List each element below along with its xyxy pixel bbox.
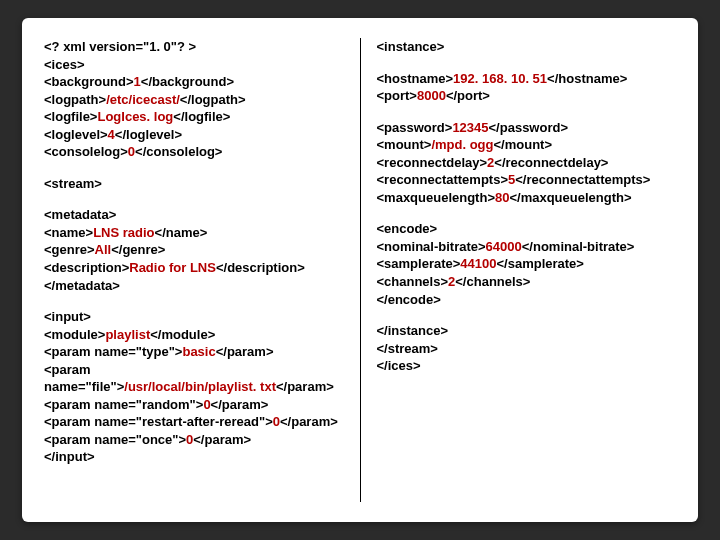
left-column: <? xml version="1. 0"? > <ices> <backgro…	[44, 38, 361, 502]
param-random-line: <param name="random">0</param>	[44, 396, 344, 414]
channels-line: <channels>2</channels>	[377, 273, 677, 291]
metadata-close: </metadata>	[44, 277, 344, 295]
closing-block: </instance> </stream> </ices>	[377, 322, 677, 375]
password-line: <password>12345</password>	[377, 119, 677, 137]
ices-open: <ices>	[44, 56, 344, 74]
encode-close: </encode>	[377, 291, 677, 309]
logpath-line: <logpath>/etc/icecast/</logpath>	[44, 91, 344, 109]
loglevel-line: <loglevel>4</loglevel>	[44, 126, 344, 144]
param-file-line-1: <param	[44, 361, 344, 379]
background-line: <background>1</background>	[44, 73, 344, 91]
input-block: <input> <module>playlist</module> <param…	[44, 308, 344, 466]
hostname-line: <hostname>192. 168. 10. 51</hostname>	[377, 70, 677, 88]
port-line: <port>8000</port>	[377, 87, 677, 105]
param-type-line: <param name="type">basic</param>	[44, 343, 344, 361]
name-line: <name>LNS radio</name>	[44, 224, 344, 242]
reconnectattempts-line: <reconnectattempts>5</reconnectattempts>	[377, 171, 677, 189]
maxqueuelength-line: <maxqueuelength>80</maxqueuelength>	[377, 189, 677, 207]
instance-close: </instance>	[377, 322, 677, 340]
instance-open: <instance>	[377, 38, 677, 56]
metadata-open: <metadata>	[44, 206, 344, 224]
param-once-line: <param name="once">0</param>	[44, 431, 344, 449]
module-line: <module>playlist</module>	[44, 326, 344, 344]
right-column: <instance> <hostname>192. 168. 10. 51</h…	[361, 38, 677, 502]
param-restart-line: <param name="restart-after-reread">0</pa…	[44, 413, 344, 431]
stream-close: </stream>	[377, 340, 677, 358]
reconnectdelay-line: <reconnectdelay>2</reconnectdelay>	[377, 154, 677, 172]
consolelog-line: <consolelog>0</consolelog>	[44, 143, 344, 161]
host-block: <hostname>192. 168. 10. 51</hostname> <p…	[377, 70, 677, 105]
two-column-layout: <? xml version="1. 0"? > <ices> <backgro…	[44, 38, 676, 502]
xml-config-card: <? xml version="1. 0"? > <ices> <backgro…	[22, 18, 698, 522]
ices-header-block: <? xml version="1. 0"? > <ices> <backgro…	[44, 38, 344, 161]
samplerate-line: <samplerate>44100</samplerate>	[377, 255, 677, 273]
input-open: <input>	[44, 308, 344, 326]
param-file-line-2: name="file">/usr/local/bin/playlist. txt…	[44, 378, 344, 396]
description-line: <description>Radio for LNS</description>	[44, 259, 344, 277]
xml-declaration: <? xml version="1. 0"? >	[44, 38, 344, 56]
auth-block: <password>12345</password> <mount>/mpd. …	[377, 119, 677, 207]
stream-open: <stream>	[44, 175, 344, 193]
nominal-bitrate-line: <nominal-bitrate>64000</nominal-bitrate>	[377, 238, 677, 256]
input-close: </input>	[44, 448, 344, 466]
logfile-line: <logfile>LogIces. log</logfile>	[44, 108, 344, 126]
mount-line: <mount>/mpd. ogg</mount>	[377, 136, 677, 154]
genre-line: <genre>All</genre>	[44, 241, 344, 259]
ices-close: </ices>	[377, 357, 677, 375]
encode-open: <encode>	[377, 220, 677, 238]
metadata-block: <metadata> <name>LNS radio</name> <genre…	[44, 206, 344, 294]
encode-block: <encode> <nominal-bitrate>64000</nominal…	[377, 220, 677, 308]
